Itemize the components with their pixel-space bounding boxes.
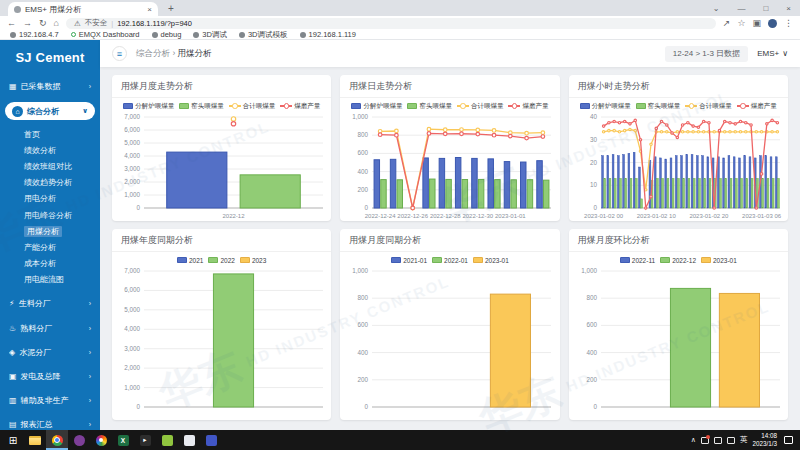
user-menu[interactable]: EMS+ ∨: [757, 49, 788, 58]
sidebar-item-产能分析[interactable]: 产能分析: [0, 239, 100, 255]
legend-item[interactable]: 2022: [208, 257, 234, 264]
legend-item[interactable]: 合计喂煤量: [685, 102, 732, 111]
sidebar-group-comprehensive-analysis[interactable]: ⌂ 综合分析 ∨: [5, 102, 95, 120]
sidebar-item-collected-data[interactable]: ▦ 已采集数据 ›: [0, 74, 100, 100]
chart-canvas[interactable]: 02004006008001,000: [569, 265, 788, 420]
chart-canvas[interactable]: 0102030402023-01-02 002023-01-02 102023-…: [569, 111, 788, 221]
tab-close-icon[interactable]: ×: [147, 5, 152, 14]
bookmark-item[interactable]: EMQX Dashboard: [71, 30, 140, 39]
legend-item[interactable]: 2022-01: [432, 257, 468, 264]
bookmark-item[interactable]: 3D调试: [193, 30, 227, 40]
close-button[interactable]: ×: [777, 4, 800, 13]
sidebar-item-用电峰谷分析[interactable]: 用电峰谷分析: [0, 207, 100, 223]
terminal-icon[interactable]: ▸: [134, 430, 156, 450]
legend-item[interactable]: 2023-01: [701, 257, 737, 264]
chart-canvas[interactable]: 02004006008001,0002022-12-242022-12-2620…: [340, 111, 559, 221]
legend-item[interactable]: 窑头喂煤量: [636, 102, 681, 111]
taskbar-clock[interactable]: 14:08 2023/1/3: [752, 432, 777, 449]
sidebar-item-首页[interactable]: 首页: [0, 126, 100, 142]
url-input[interactable]: ⚠ 不安全 | 192.168.1.119/?p=940: [66, 18, 716, 29]
app-icon-blue[interactable]: [200, 430, 222, 450]
legend-item[interactable]: 2021-01: [391, 257, 427, 264]
chart-plot[interactable]: 0102030402023-01-02 002023-01-02 102023-…: [569, 111, 788, 221]
bookmark-item[interactable]: 192.168.1.119: [300, 30, 356, 39]
chart-canvas[interactable]: 01,0002,0003,0004,0005,0006,0007,0002022…: [112, 111, 331, 221]
tray-app-icon[interactable]: [701, 437, 709, 444]
bookmark-item[interactable]: 192.168.4.7: [10, 30, 59, 39]
sidebar-item-用煤分析[interactable]: 用煤分析: [0, 223, 100, 239]
chart-plot[interactable]: 01,0002,0003,0004,0005,0006,0007,000: [112, 265, 331, 420]
tab-search-icon[interactable]: ⌄: [704, 4, 729, 13]
legend-item[interactable]: 分解炉喂煤量: [123, 102, 174, 111]
maximize-button[interactable]: □: [754, 4, 777, 13]
legend-item[interactable]: 窑头喂煤量: [179, 102, 224, 111]
sidebar-item-绩效分析[interactable]: 绩效分析: [0, 142, 100, 158]
legend-item[interactable]: 煤磨产量: [508, 102, 548, 111]
breadcrumb-parent[interactable]: 综合分析: [136, 48, 170, 58]
legend-label: 煤磨产量: [522, 102, 548, 111]
charts-grid: 用煤月度走势分析 分解炉喂煤量窑头喂煤量合计喂煤量煤磨产量 01,0002,00…: [100, 67, 800, 430]
legend-item[interactable]: 2022-12: [660, 257, 696, 264]
sidebar-group-辅助及非生产[interactable]: ▥辅助及非生产›: [0, 389, 100, 413]
sidebar-item-用电能流图[interactable]: 用电能流图: [0, 272, 100, 288]
chrome-icon[interactable]: [46, 430, 68, 450]
bookmarks-bar: 192.168.4.7EMQX Dashboarddebug3D调试3D调试模板…: [0, 30, 800, 40]
legend-item[interactable]: 2023-01: [473, 257, 509, 264]
sound-icon[interactable]: [727, 437, 735, 444]
excel-icon[interactable]: X: [112, 430, 134, 450]
chart-plot[interactable]: 02004006008001,0002022-12-242022-12-2620…: [340, 111, 559, 221]
legend-item[interactable]: 煤磨产量: [280, 102, 320, 111]
forward-icon[interactable]: →: [23, 18, 32, 28]
sidebar-item-成本分析[interactable]: 成本分析: [0, 256, 100, 272]
back-icon[interactable]: ←: [7, 18, 16, 28]
chart-card-yearly-yoy: 用煤年度同期分析 202120222023 01,0002,0003,0004,…: [112, 229, 331, 420]
date-range-selector[interactable]: 12-24 > 1-3 日数据: [665, 46, 748, 62]
home-icon[interactable]: ⌂: [54, 18, 59, 28]
app-icon-colorwheel[interactable]: [90, 430, 112, 450]
legend-item[interactable]: 分解炉喂煤量: [580, 102, 631, 111]
minimize-button[interactable]: —: [728, 4, 754, 13]
new-tab-button[interactable]: +: [168, 2, 174, 16]
bookmark-item[interactable]: debug: [152, 30, 182, 39]
chart-canvas[interactable]: 01,0002,0003,0004,0005,0006,0007,000: [112, 265, 331, 420]
side-panel-icon[interactable]: ▣: [752, 18, 761, 28]
legend-item[interactable]: 2023: [240, 257, 266, 264]
browser-menu-icon[interactable]: ⋮: [784, 18, 793, 28]
ime-indicator[interactable]: 英: [740, 435, 748, 445]
sidebar-group-熟料分厂[interactable]: ♨熟料分厂›: [0, 316, 100, 340]
bookmark-item[interactable]: 3D调试模板: [239, 30, 288, 40]
bookmark-star-icon[interactable]: ☆: [737, 18, 745, 28]
sidebar-group-生料分厂[interactable]: ⚡生料分厂›: [0, 292, 100, 316]
not-secure-warning-icon[interactable]: ⚠: [74, 19, 81, 28]
hamburger-menu-icon[interactable]: ≡: [112, 46, 127, 61]
legend-item[interactable]: 合计喂煤量: [457, 102, 504, 111]
sidebar-item-绩效趋势分析[interactable]: 绩效趋势分析: [0, 175, 100, 191]
notepadpp-icon[interactable]: [156, 430, 178, 450]
legend-item[interactable]: 合计喂煤量: [229, 102, 276, 111]
action-center-icon[interactable]: [784, 436, 793, 444]
legend-item[interactable]: 分解炉喂煤量: [351, 102, 402, 111]
sidebar-group-报表汇总[interactable]: ▤报表汇总›: [0, 413, 100, 430]
legend-item[interactable]: 2022-11: [620, 257, 655, 264]
browser-tab[interactable]: EMS+ 用煤分析 ×: [8, 2, 158, 16]
sidebar-item-用电分析[interactable]: 用电分析: [0, 191, 100, 207]
tray-expand-icon[interactable]: ∧: [691, 436, 696, 444]
share-icon[interactable]: ↗: [723, 18, 731, 28]
legend-item[interactable]: 煤磨产量: [737, 102, 777, 111]
chart-plot[interactable]: 02004006008001,000: [569, 265, 788, 420]
chart-plot[interactable]: 02004006008001,000: [340, 265, 559, 420]
app-icon-light[interactable]: [178, 430, 200, 450]
chart-plot[interactable]: 01,0002,0003,0004,0005,0006,0007,0002022…: [112, 111, 331, 221]
chart-canvas[interactable]: 02004006008001,000: [340, 265, 559, 420]
legend-item[interactable]: 2021: [177, 257, 203, 264]
sidebar-group-发电及总降[interactable]: ▣发电及总降›: [0, 364, 100, 388]
app-icon-purple[interactable]: [68, 430, 90, 450]
file-explorer-icon[interactable]: [24, 430, 46, 450]
sidebar-item-绩效班组对比[interactable]: 绩效班组对比: [0, 158, 100, 174]
monitor-icon[interactable]: [714, 437, 722, 444]
sidebar-group-水泥分厂[interactable]: ◈水泥分厂›: [0, 340, 100, 364]
profile-avatar[interactable]: [768, 19, 777, 28]
legend-item[interactable]: 窑头喂煤量: [407, 102, 452, 111]
start-button[interactable]: ⊞: [2, 430, 24, 450]
reload-icon[interactable]: ↻: [39, 18, 47, 28]
